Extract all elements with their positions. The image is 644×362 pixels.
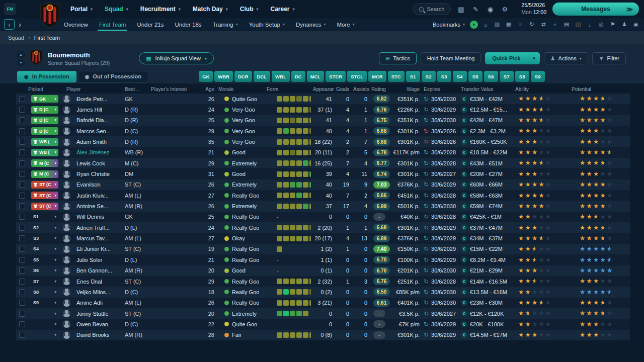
player-name[interactable]: Amine Adli	[76, 300, 103, 306]
home-icon[interactable]: ⌂	[481, 21, 490, 29]
filter-button[interactable]: ▼Filter	[592, 52, 626, 64]
column-header-expires[interactable]: Expires	[422, 86, 459, 92]
table-row[interactable]: S8▾Veljko Milos...D (C)18Really Goo0 (2)…	[16, 287, 630, 297]
tab-dynamics[interactable]: Dynamics▾	[290, 18, 332, 31]
tab-overview[interactable]: Overview	[58, 18, 94, 31]
menu-portal[interactable]: Portal▾	[64, 0, 99, 18]
player-name[interactable]: Ryan Christie	[76, 171, 110, 177]
tab-first-team[interactable]: First Team	[94, 18, 131, 31]
player-name[interactable]: Jonny Stuttle	[76, 311, 109, 317]
player-name[interactable]: Bafodé Dia...	[76, 117, 109, 123]
position-badge[interactable]: WB (▾	[31, 149, 58, 156]
settings-icon[interactable]: ⚙	[501, 6, 509, 13]
scroll-down-button[interactable]: ▾	[17, 59, 25, 66]
table-row[interactable]: WB (▾Álex JiménezWB (R)21Good20 (11)256.…	[16, 147, 630, 158]
column-header-potential[interactable]: Potential	[570, 86, 630, 92]
table-row[interactable]: WB (▾Adam SmithD (R)35Very Goo18 (22)276…	[16, 136, 630, 147]
position-badge[interactable]: ST (C▾	[31, 203, 58, 210]
position-button-s7[interactable]: S7	[500, 71, 514, 82]
row-checkbox[interactable]	[19, 257, 25, 263]
column-header-player[interactable]: Player	[60, 86, 123, 92]
row-checkbox[interactable]	[19, 107, 25, 113]
tab-under-21s[interactable]: Under 21s	[131, 18, 169, 31]
column-header-age[interactable]: Age	[199, 86, 216, 92]
player-name[interactable]: Lewis Cook	[76, 160, 105, 166]
player-name[interactable]: Veljko Milos...	[76, 289, 110, 295]
quick-pick-button[interactable]: Quick Pick	[485, 52, 527, 64]
player-name[interactable]: Adrien Truff...	[76, 225, 110, 231]
menu-recruitment[interactable]: Recruitment▾	[134, 0, 187, 18]
position-button-s3[interactable]: S3	[437, 71, 451, 82]
position-button-wbr[interactable]: WBR	[214, 71, 233, 82]
position-button-dcr[interactable]: DCR	[234, 71, 252, 82]
tab-more[interactable]: More▾	[331, 18, 360, 31]
table-row[interactable]: ST (C▾Antoine Se...AM (R)26Extremely3717…	[16, 201, 630, 211]
position-badge[interactable]: WB (▾	[31, 138, 58, 146]
player-name[interactable]: Enes Ünal	[76, 279, 102, 285]
row-checkbox[interactable]	[19, 96, 25, 102]
table-row[interactable]: D (C▾Marcos Sen...D (C)29Very Goo40416.6…	[16, 126, 630, 136]
position-badge[interactable]: ▾	[31, 310, 58, 317]
tactics-button[interactable]: ⊞Tactics	[379, 52, 417, 64]
position-button-s5[interactable]: S5	[468, 71, 482, 82]
position-badge[interactable]: M (C▾	[31, 159, 58, 167]
menu-club[interactable]: Club▾	[234, 0, 265, 18]
position-button-s2[interactable]: S2	[422, 71, 436, 82]
stats-icon[interactable]: ◫	[574, 21, 582, 29]
row-checkbox[interactable]	[19, 160, 25, 166]
row-checkbox[interactable]	[19, 321, 25, 327]
row-checkbox[interactable]	[19, 311, 25, 317]
club-flag-icon[interactable]: ⚑	[609, 21, 617, 29]
column-header-best-[interactable]: Best ..	[123, 86, 149, 92]
column-header-goals[interactable]: Goals	[334, 86, 351, 92]
player-name[interactable]: Evanilson	[76, 182, 101, 188]
table-row[interactable]: M (C▾Lewis CookM (C)29Extremely16 (25)74…	[16, 158, 630, 168]
column-header-rating[interactable]: Rating	[369, 86, 390, 92]
row-checkbox[interactable]	[19, 149, 25, 155]
table-row[interactable]: S7▾Enes ÜnalST (C)29Really Goo2 (32)136.…	[16, 276, 630, 287]
row-checkbox[interactable]	[19, 193, 25, 199]
calendar-icon[interactable]: ▤	[562, 21, 571, 29]
position-button-gk[interactable]: GK	[199, 71, 213, 82]
status-icon[interactable]: ●	[470, 21, 478, 29]
column-header-ability[interactable]: Ability	[513, 86, 570, 92]
team-meeting-button[interactable]: Hold Team Meeting	[421, 52, 481, 64]
column-header-appearan-[interactable]: Appearan...	[311, 86, 334, 92]
row-checkbox[interactable]	[19, 332, 25, 338]
position-badge[interactable]: S5▾	[31, 256, 58, 263]
position-badge[interactable]: D (C▾	[31, 117, 58, 124]
position-badge[interactable]: S3▾	[31, 235, 58, 242]
player-name[interactable]: Álex Jiménez	[76, 149, 109, 155]
position-badge[interactable]: S6▾	[31, 267, 58, 275]
position-button-stc[interactable]: STC	[388, 71, 405, 82]
edit-icon[interactable]: ✎	[471, 6, 479, 13]
position-button-s6[interactable]: S6	[484, 71, 498, 82]
position-button-dcl[interactable]: DCL	[254, 71, 271, 82]
position-badge[interactable]: ▾	[31, 320, 58, 328]
position-button-s8[interactable]: S8	[515, 71, 529, 82]
row-checkbox[interactable]	[19, 182, 25, 188]
scroll-up-button[interactable]: ▴	[17, 51, 25, 58]
player-name[interactable]: Justin Kluiv...	[76, 193, 109, 199]
messages-button[interactable]: Messages ≫	[552, 3, 639, 16]
table-row[interactable]: ▾David BrooksAM (R)28Fair0 (8)00-€301K p…	[16, 330, 630, 340]
position-button-s9[interactable]: S9	[531, 71, 545, 82]
table-row[interactable]: S4▾Eli Junior Kr...ST (C)19Really Goo1 (…	[16, 244, 630, 254]
position-button-stcl[interactable]: STCL	[347, 71, 367, 82]
position-button-mcl[interactable]: MCL	[307, 71, 325, 82]
table-row[interactable]: ▾Owen BevanD (C)22Quite Goo-000-€7K p/m↻…	[16, 319, 630, 329]
column-header-transfer-value[interactable]: Transfer Value	[459, 86, 513, 92]
player-name[interactable]: Đorđe Petr...	[76, 96, 108, 102]
position-badge[interactable]: S9▾	[31, 299, 58, 307]
table-row[interactable]: D (C▾Bafodé Dia...D (R)25Very Goo41416.7…	[16, 115, 630, 126]
player-name[interactable]: David Brooks	[76, 332, 109, 338]
back-button[interactable]: ‹	[4, 19, 15, 30]
row-checkbox[interactable]	[19, 225, 25, 231]
position-badge[interactable]: GK▾	[31, 95, 58, 103]
tab-out-of-possession[interactable]: ◉Out of Possession	[78, 71, 148, 82]
scouting-icon[interactable]: ◎	[597, 21, 605, 29]
mic-icon[interactable]: ◉	[486, 6, 494, 13]
row-checkbox[interactable]	[19, 300, 25, 306]
row-checkbox[interactable]	[19, 203, 25, 209]
column-header-morale[interactable]: Morale	[216, 86, 265, 92]
